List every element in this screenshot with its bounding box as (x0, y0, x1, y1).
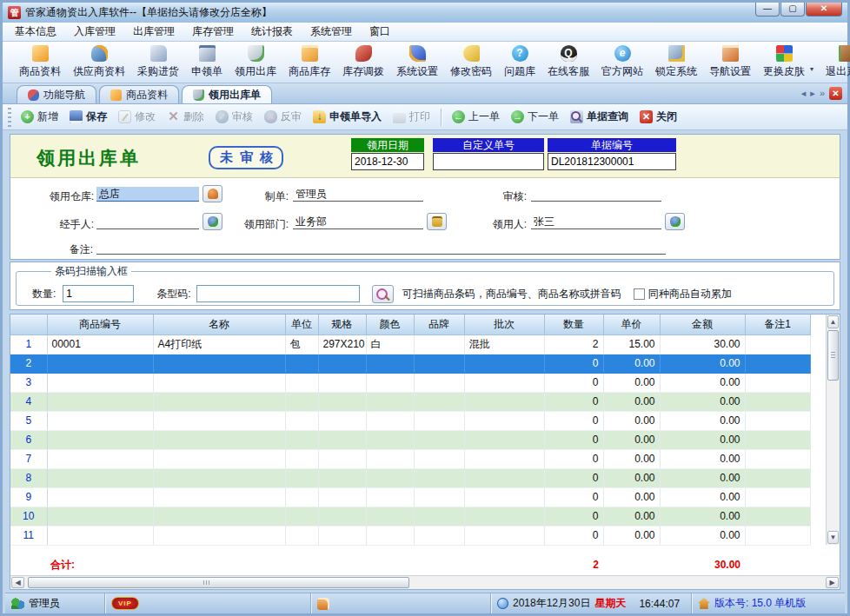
grid-cell[interactable]: 0 (544, 468, 603, 487)
scroll-right-icon[interactable]: ▶ (826, 577, 839, 588)
grid-cell[interactable]: 0 (544, 354, 603, 373)
handler-value[interactable] (96, 215, 199, 229)
grid-cell[interactable] (47, 430, 153, 449)
grid-cell[interactable] (414, 468, 464, 487)
doc-no-input[interactable] (548, 153, 676, 170)
warehouse-value[interactable]: 总店 (96, 187, 199, 202)
custom-no-input[interactable] (433, 153, 544, 170)
next-button[interactable]: 下一单 (506, 107, 564, 127)
scroll-up-icon[interactable]: ▲ (827, 315, 839, 328)
grid-cell[interactable] (318, 354, 366, 373)
column-header-2[interactable]: 名称 (153, 315, 285, 334)
grid-cell[interactable] (414, 487, 464, 507)
grid-row-10[interactable]: 1000.000.00 (10, 507, 810, 526)
grid-cell[interactable] (414, 392, 464, 411)
requisition-date-input[interactable] (351, 153, 424, 170)
grid-cell[interactable] (745, 468, 810, 487)
prev-button[interactable]: 上一单 (447, 107, 505, 127)
purchase-truck-button[interactable]: 采购进货 (131, 43, 185, 81)
grid-row-8[interactable]: 800.000.00 (10, 468, 810, 487)
add-button[interactable]: 新增 (16, 107, 63, 127)
handler-picker-button[interactable] (203, 213, 222, 230)
grid-cell[interactable]: 0.00 (603, 373, 660, 392)
column-header-4[interactable]: 规格 (318, 315, 366, 334)
grid-row-5[interactable]: 500.000.00 (10, 411, 810, 430)
column-header-3[interactable]: 单位 (285, 315, 318, 334)
suppliers-button[interactable]: 供应商资料 (67, 43, 131, 81)
grid-cell[interactable] (366, 487, 414, 507)
grid-cell[interactable] (464, 430, 544, 449)
grid-cell[interactable]: 0.00 (660, 487, 745, 507)
close-tab-button[interactable]: ✕ (829, 87, 842, 100)
horizontal-scrollbar[interactable]: ◀ ▶ (10, 575, 840, 589)
grid-cell[interactable] (464, 411, 544, 430)
grid-cell[interactable]: 0.00 (603, 487, 660, 507)
grid-cell[interactable] (285, 526, 318, 545)
grid-cell[interactable] (153, 449, 285, 468)
grid-cell[interactable] (464, 487, 544, 507)
grid-cell[interactable] (366, 507, 414, 526)
grid-cell[interactable] (366, 354, 414, 373)
grid-cell[interactable]: 0.00 (660, 411, 745, 430)
grid-cell[interactable] (153, 373, 285, 392)
menu-item-2[interactable]: 入库管理 (65, 22, 124, 42)
grid-cell[interactable]: 0 (544, 449, 603, 468)
grid-cell[interactable] (414, 373, 464, 392)
grid-cell[interactable] (414, 526, 464, 545)
grid-cell[interactable] (47, 468, 153, 487)
grid-row-1[interactable]: 100001A4打印纸包297X210白混批215.0030.00 (10, 334, 810, 354)
grid-cell[interactable]: 0.00 (660, 392, 745, 411)
grid-cell[interactable]: 0.00 (603, 392, 660, 411)
official-website-button[interactable]: 官方网站 (595, 43, 649, 81)
import-button[interactable]: 申领单导入 (308, 107, 387, 127)
grid-cell[interactable] (745, 354, 810, 373)
outbound-cart-button[interactable]: 领用出库 (229, 43, 282, 81)
grid-cell[interactable] (366, 411, 414, 430)
grid-row-4[interactable]: 400.000.00 (10, 392, 810, 411)
column-header-6[interactable]: 品牌 (414, 315, 464, 334)
grid-row-9[interactable]: 900.000.00 (10, 487, 810, 507)
grid-cell[interactable] (745, 392, 810, 411)
grid-cell[interactable] (318, 373, 366, 392)
department-value[interactable]: 业务部 (293, 215, 423, 229)
remark-value[interactable] (96, 240, 666, 255)
grid-cell[interactable]: 0.00 (603, 430, 660, 449)
password-key-button[interactable]: 修改密码 (444, 43, 498, 81)
grid-cell[interactable] (153, 430, 285, 449)
grid-cell[interactable] (464, 449, 544, 468)
grid-cell[interactable] (153, 526, 285, 545)
grid-cell[interactable] (153, 354, 285, 373)
maximize-button[interactable]: ▢ (780, 3, 805, 17)
grid-cell[interactable]: 包 (285, 334, 318, 354)
grid-cell[interactable] (318, 449, 366, 468)
grid-cell[interactable] (414, 507, 464, 526)
menu-item-5[interactable]: 统计报表 (242, 22, 302, 42)
grid-cell[interactable] (318, 392, 366, 411)
tab-2[interactable]: 商品资料 (99, 85, 179, 103)
tab-3[interactable]: 领用出库单 (182, 85, 272, 103)
tab-more-icon[interactable]: » (820, 87, 825, 100)
barcode-input[interactable] (196, 285, 360, 302)
recipient-value[interactable]: 张三 (531, 215, 661, 229)
grid-cell[interactable]: 0 (544, 411, 603, 430)
grid-cell[interactable]: 0 (544, 487, 603, 507)
grid-cell[interactable] (366, 392, 414, 411)
grid-cell[interactable]: 0.00 (660, 354, 745, 373)
menu-item-7[interactable]: 窗口 (361, 22, 399, 42)
grid-cell[interactable] (414, 354, 464, 373)
close-button[interactable]: ✕ (806, 3, 842, 17)
grid-cell[interactable]: 0 (544, 392, 603, 411)
column-header-5[interactable]: 颜色 (366, 315, 414, 334)
grid-row-3[interactable]: 300.000.00 (10, 373, 810, 392)
grid-cell[interactable] (47, 411, 153, 430)
grid-cell[interactable]: 白 (366, 334, 414, 354)
grid-cell[interactable] (285, 487, 318, 507)
requisition-doc-button[interactable]: 申领单 (185, 43, 229, 81)
grid-cell[interactable] (745, 373, 810, 392)
grid-cell[interactable] (153, 507, 285, 526)
grid-cell[interactable] (153, 392, 285, 411)
grid-cell[interactable]: 15.00 (603, 334, 660, 354)
menu-item-3[interactable]: 出库管理 (124, 22, 183, 42)
grid-cell[interactable]: 0 (544, 526, 603, 545)
grid-cell[interactable]: 0.00 (660, 526, 745, 545)
